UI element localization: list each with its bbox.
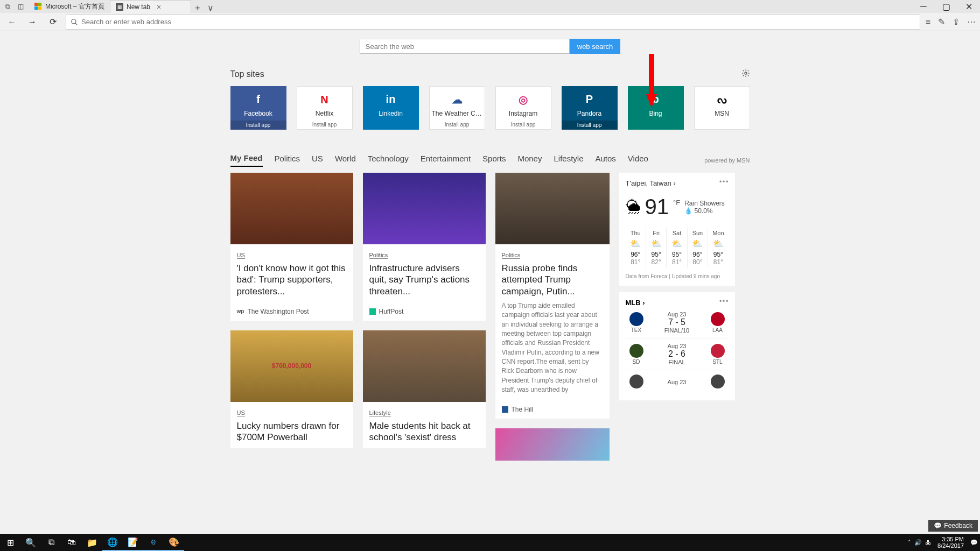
mlb-game[interactable]: TEX Aug 237 - 5FINAL/10 LAA [626, 307, 729, 338]
card-image [495, 173, 610, 244]
tile-label: The Weather Cha... [430, 110, 485, 117]
search-button[interactable]: 🔍 [20, 534, 41, 551]
tile-icon: ◎ [516, 92, 531, 107]
microsoft-logo-icon [34, 3, 42, 10]
feedback-button[interactable]: 💬 Feedback [928, 520, 978, 532]
tile-install[interactable]: Install app [230, 121, 286, 130]
feed-tab[interactable]: US [312, 154, 323, 166]
topsite-tile[interactable]: b Bing Install app [628, 86, 684, 130]
notes-icon[interactable]: ✎ [938, 17, 945, 27]
card-image [230, 173, 353, 244]
topsite-tile[interactable]: ☁ The Weather Cha... Install app [429, 86, 485, 130]
tray-clock[interactable]: 3:35 PM8/24/2017 [934, 536, 967, 549]
topsite-tile[interactable]: ◎ Instagram Install app [495, 86, 551, 130]
mlb-game[interactable]: SD Aug 232 - 6FINAL STL [626, 338, 729, 370]
feed-card[interactable]: Politics Infrastructure advisers quit, s… [363, 173, 486, 321]
feed-tab[interactable]: Sports [482, 154, 506, 166]
feed-card[interactable]: Lifestyle Male students hit back at scho… [363, 330, 486, 449]
card-menu-icon[interactable]: ••• [719, 298, 730, 305]
close-button[interactable]: ✕ [957, 0, 980, 13]
gear-icon[interactable] [741, 69, 750, 80]
forecast-day[interactable]: Fri⛅95°82° [646, 228, 667, 268]
feed-tab[interactable]: Autos [595, 154, 615, 166]
maximize-button[interactable]: ▢ [935, 0, 957, 13]
address-bar[interactable] [66, 15, 920, 30]
feed-card[interactable]: US 'I don't know how it got this bad': T… [230, 173, 353, 321]
tile-icon: ☁ [450, 92, 465, 107]
topsites-tiles: f Facebook Install appN Netflix Install … [230, 86, 750, 130]
tab-newtab[interactable]: ▦ New tab × [110, 0, 191, 13]
tile-install[interactable]: Install app [430, 120, 485, 129]
tile-install[interactable]: Install app [297, 120, 352, 129]
more-icon[interactable]: ⋯ [967, 17, 976, 27]
share-icon[interactable]: ⇪ [953, 17, 960, 27]
weather-location[interactable]: T'aipei, Taiwan › [626, 179, 729, 187]
mlb-game[interactable]: Aug 23 [626, 370, 729, 394]
topsite-tile[interactable]: N Netflix Install app [297, 86, 353, 130]
forward-button[interactable]: → [25, 15, 40, 30]
feed-tab[interactable]: Video [628, 154, 648, 166]
card-title: Male students hit back at school's 'sexi… [369, 420, 479, 443]
mlb-heading[interactable]: MLB › [626, 299, 729, 307]
tray-chevron-icon[interactable]: ˄ [908, 539, 911, 546]
tray-volume-icon[interactable]: 🔊 [914, 539, 922, 546]
window-split-icon[interactable]: ◫ [16, 2, 25, 11]
forecast-row: Thu⛅96°81°Fri⛅95°82°Sat⛅95°81°Sun⛅96°80°… [626, 228, 729, 268]
card-category: US [237, 409, 245, 416]
browser-toolbar: ← → ⟳ ≡ ✎ ⇪ ⋯ [0, 13, 980, 31]
feed-tab[interactable]: World [335, 154, 356, 166]
forecast-day[interactable]: Sat⛅95°81° [667, 228, 687, 268]
reading-list-icon[interactable]: ≡ [926, 17, 930, 27]
edge-icon[interactable]: e [143, 534, 164, 551]
topsite-tile[interactable]: in Linkedin Install app [363, 86, 419, 130]
feed-tab[interactable]: My Feed [230, 153, 263, 167]
tab-overflow-button[interactable]: ∨ [204, 3, 217, 13]
feed-card[interactable]: $700,000,000 US Lucky numbers drawn for … [230, 330, 353, 449]
web-search-input[interactable] [360, 39, 570, 54]
feed-tab[interactable]: Politics [275, 154, 300, 166]
mlb-card[interactable]: ••• MLB › TEX Aug 237 - 5FINAL/10 LAASD … [619, 292, 735, 400]
feed-card[interactable] [495, 428, 610, 461]
tab-microsoft[interactable]: Microsoft – 官方首頁 [29, 0, 110, 13]
close-icon[interactable]: × [157, 3, 161, 11]
tile-install[interactable]: Install app [562, 121, 618, 130]
tab-label: New tab [127, 3, 150, 11]
refresh-button[interactable]: ⟳ [45, 15, 60, 30]
newtab-icon: ▦ [116, 3, 123, 11]
new-tab-button[interactable]: + [191, 3, 204, 13]
topsite-tile[interactable]: ᔓ MSN Install app [694, 86, 750, 130]
feed-tab[interactable]: Lifestyle [554, 154, 583, 166]
forecast-day[interactable]: Thu⛅96°81° [626, 228, 646, 268]
start-button[interactable]: ⊞ [0, 534, 20, 551]
weather-icon: 🌦 [626, 198, 641, 216]
notepad-icon[interactable]: 📝 [123, 534, 143, 551]
taskview-button[interactable]: ⧉ [41, 534, 61, 551]
store-icon[interactable]: 🛍 [61, 534, 82, 551]
feed-tab[interactable]: Entertainment [421, 154, 471, 166]
source-icon: wp [237, 308, 244, 314]
forecast-day[interactable]: Mon⛅95°81° [708, 228, 728, 268]
topsite-tile[interactable]: f Facebook Install app [230, 86, 286, 130]
minimize-button[interactable]: ─ [912, 0, 935, 13]
feed-card[interactable]: Politics Russia probe finds attempted Tr… [495, 173, 610, 419]
explorer-icon[interactable]: 📁 [82, 534, 102, 551]
forecast-day[interactable]: Sun⛅96°80° [688, 228, 708, 268]
tray-notifications-icon[interactable]: 💬 [970, 539, 978, 546]
tile-icon: in [383, 91, 398, 107]
card-menu-icon[interactable]: ••• [719, 178, 730, 186]
chrome-icon[interactable]: 🌐 [102, 534, 123, 551]
tile-install[interactable]: Install app [496, 120, 551, 129]
powered-by: powered by MSN [704, 157, 750, 164]
sidebar-toggle-icon[interactable]: ⧉ [3, 2, 12, 11]
page-content: web search Top sites f Facebook Install … [0, 31, 980, 534]
feed-tab[interactable]: Money [517, 154, 542, 166]
topsite-tile[interactable]: P Pandora Install app [562, 86, 618, 130]
back-button[interactable]: ← [4, 15, 19, 30]
address-input[interactable] [81, 18, 915, 26]
weather-card[interactable]: ••• T'aipei, Taiwan › 🌦 91 °F Rain Showe… [619, 173, 735, 286]
card-source: HuffPost [379, 308, 404, 315]
web-search-button[interactable]: web search [570, 39, 620, 54]
tray-network-icon[interactable]: 🖧 [925, 539, 931, 546]
feed-tab[interactable]: Technology [368, 154, 409, 166]
paint-icon[interactable]: 🎨 [164, 534, 184, 551]
